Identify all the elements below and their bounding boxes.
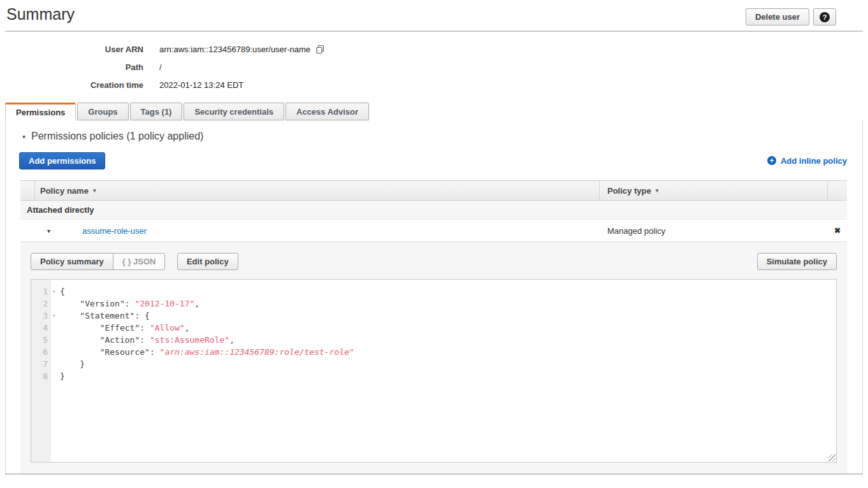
policy-summary-button[interactable]: Policy summary: [31, 253, 113, 270]
tab-bar: Permissions Groups Tags (1) Security cre…: [5, 103, 863, 120]
tab-groups[interactable]: Groups: [77, 103, 128, 120]
user-arn-label: User ARN: [0, 45, 159, 54]
code-text: }: [51, 370, 65, 382]
code-text: }: [51, 358, 85, 370]
editor-line: 2 "Version": "2012-10-17",: [31, 298, 836, 310]
editor-line: 7 }: [31, 358, 836, 370]
row-expander-icon[interactable]: ▾: [20, 227, 61, 234]
creation-time-value: 2022-01-12 13:24 EDT: [159, 80, 243, 90]
line-number: 1▾: [31, 285, 51, 298]
delete-user-button[interactable]: Delete user: [746, 8, 809, 25]
help-button[interactable]: ?: [813, 8, 836, 25]
creation-time-label: Creation time: [0, 80, 159, 90]
editor-line: 1▾ {: [31, 285, 836, 298]
line-number: 2: [31, 298, 51, 310]
policy-name-header-label: Policy name: [40, 186, 89, 196]
editor-line: 4 "Effect": "Allow",: [31, 322, 836, 334]
detach-policy-icon[interactable]: ✖: [828, 226, 847, 235]
add-permissions-button[interactable]: Add permissions: [19, 152, 105, 169]
editor-line: 5 "Action": "sts:AssumeRole",: [31, 334, 836, 346]
policy-type-value: Managed policy: [600, 226, 828, 236]
editor-line: 6 "Resource": "arn:aws:iam::123456789:ro…: [31, 346, 836, 358]
plus-icon: +: [767, 156, 776, 165]
line-number: 4: [31, 322, 51, 334]
json-policy-editor[interactable]: 1▾ { 2 "Version": "2012-10-17", 3▾ "Stat…: [31, 279, 837, 463]
help-icon: ?: [820, 12, 830, 22]
line-number: 5: [31, 334, 51, 346]
attached-directly-group-row: Attached directly: [20, 201, 847, 220]
add-inline-policy-link[interactable]: + Add inline policy: [767, 156, 847, 166]
table-header-end-spacer: [828, 181, 847, 200]
code-text: "Statement": {: [51, 310, 150, 322]
permissions-tab-panel: ▾ Permissions policies (1 policy applied…: [5, 120, 863, 475]
add-inline-policy-label: Add inline policy: [781, 156, 847, 166]
line-number: 7: [31, 358, 51, 370]
policy-name-link[interactable]: assume-role-user: [61, 226, 600, 236]
policies-table: Policy name ▾ Policy type ▾ Attached dir…: [20, 180, 847, 241]
code-text: "Version": "2012-10-17",: [51, 298, 199, 310]
policy-detail-panel: Policy summary { } JSON Edit policy Simu…: [20, 241, 847, 473]
policy-detail-buttons: Policy summary { } JSON Edit policy Simu…: [31, 253, 837, 271]
policy-view-toggle: Policy summary { } JSON: [31, 253, 165, 270]
tab-tags[interactable]: Tags (1): [130, 103, 183, 120]
path-row: Path /: [0, 58, 868, 76]
edit-policy-button[interactable]: Edit policy: [177, 253, 238, 270]
json-button[interactable]: { } JSON: [113, 253, 166, 270]
table-header-row: Policy name ▾ Policy type ▾: [20, 180, 847, 201]
policy-type-header-label: Policy type: [607, 186, 651, 196]
permissions-policies-header: ▾ Permissions policies (1 policy applied…: [22, 129, 862, 143]
user-info-section: User ARN arn:aws:iam::123456789:user/use…: [0, 32, 868, 94]
sort-caret-icon: ▾: [656, 187, 659, 194]
table-header-spacer: [20, 181, 35, 200]
simulate-policy-button[interactable]: Simulate policy: [757, 253, 837, 270]
user-arn-row: User ARN arn:aws:iam::123456789:user/use…: [0, 40, 868, 58]
editor-line: 8 }: [31, 370, 836, 382]
editor-line: 3▾ "Statement": {: [31, 310, 836, 322]
sort-caret-icon: ▾: [93, 187, 96, 194]
page-title: Summary: [6, 5, 75, 24]
line-number: 6: [31, 346, 51, 358]
policy-name-column-header[interactable]: Policy name ▾: [40, 186, 96, 196]
creation-time-row: Creation time 2022-01-12 13:24 EDT: [0, 76, 868, 94]
line-number: 8: [31, 370, 51, 382]
fold-icon[interactable]: ▾: [52, 310, 55, 322]
policy-actions-row: Add permissions + Add inline policy: [19, 152, 847, 169]
copy-icon[interactable]: [315, 45, 325, 54]
tab-permissions[interactable]: Permissions: [5, 103, 76, 120]
user-arn-value: arn:aws:iam::123456789:user/user-name: [159, 45, 310, 54]
editor-resize-handle[interactable]: [828, 454, 835, 461]
line-number: 3▾: [31, 310, 51, 322]
path-value: /: [159, 62, 162, 72]
fold-icon[interactable]: ▾: [52, 285, 55, 298]
header-actions: Delete user ?: [746, 8, 836, 25]
page-header: Summary Delete user ?: [5, 0, 863, 32]
permissions-policies-title: Permissions policies (1 policy applied): [31, 131, 203, 142]
tab-access-advisor[interactable]: Access Advisor: [286, 103, 369, 120]
code-text: "Effect": "Allow",: [51, 322, 190, 334]
policy-table-row: ▾ assume-role-user Managed policy ✖: [20, 220, 847, 241]
path-label: Path: [0, 62, 159, 72]
code-text: "Action": "sts:AssumeRole",: [51, 334, 235, 346]
code-text: "Resource": "arn:aws:iam::123456789:role…: [51, 346, 354, 358]
collapse-section-icon[interactable]: ▾: [22, 133, 25, 140]
tab-security-credentials[interactable]: Security credentials: [184, 103, 284, 120]
policy-type-column-header[interactable]: Policy type ▾: [607, 186, 658, 196]
